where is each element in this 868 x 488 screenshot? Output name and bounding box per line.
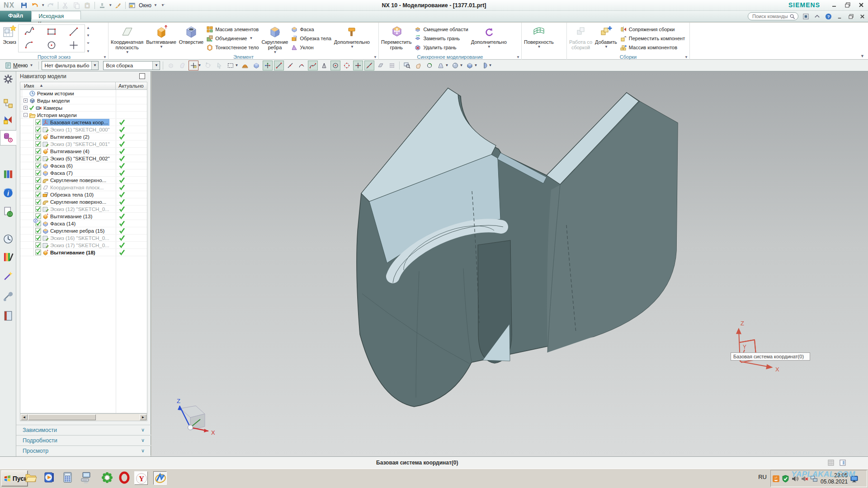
security-tray-icon[interactable] bbox=[782, 475, 789, 483]
face-snap-icon[interactable] bbox=[376, 61, 386, 70]
point-on-line-snap-icon[interactable] bbox=[364, 61, 374, 70]
navigator-column-header[interactable]: Имя ▲ Актуально bbox=[20, 82, 147, 90]
dialog-launcher-icon[interactable]: ▼ bbox=[684, 55, 688, 59]
feature-checkbox[interactable] bbox=[35, 134, 41, 140]
tree-row[interactable]: -История модели bbox=[20, 112, 147, 119]
pan-icon[interactable] bbox=[413, 61, 423, 70]
tree-row[interactable]: Режим истории bbox=[20, 90, 147, 97]
boundary-icon[interactable] bbox=[240, 61, 250, 70]
column-name[interactable]: Имя bbox=[24, 83, 34, 89]
network-tray-icon[interactable] bbox=[810, 475, 818, 483]
section-Зависимости[interactable]: Зависимости∨ bbox=[16, 425, 151, 435]
ribbon-button-Дополнительно[interactable]: Дополнительно▼ bbox=[470, 24, 508, 53]
nx-task[interactable] bbox=[153, 471, 167, 485]
tree-row[interactable]: Скругление ребра (15) bbox=[20, 227, 147, 235]
explorer-shortcut[interactable] bbox=[24, 471, 38, 485]
tree-row[interactable]: Вытягивание (18) bbox=[20, 249, 147, 256]
search-input[interactable] bbox=[751, 13, 789, 19]
dialog-launcher-icon[interactable]: ▼ bbox=[516, 55, 520, 59]
feature-checkbox[interactable] bbox=[35, 170, 41, 176]
s-circle-icon[interactable] bbox=[46, 40, 57, 51]
ribbon-item-Обрезка-тела[interactable]: Обрезка тела bbox=[289, 34, 332, 42]
scrollbar-thumb[interactable] bbox=[28, 414, 96, 420]
midpoint-snap-icon[interactable] bbox=[285, 61, 295, 70]
ribbon-item-Заменить-грань[interactable]: Заменить грань bbox=[413, 34, 469, 42]
command-finder-button[interactable] bbox=[97, 1, 107, 10]
s-profile-icon[interactable] bbox=[24, 26, 35, 37]
tree-row[interactable]: Вытягивание (2) bbox=[20, 133, 147, 141]
ribbon-item-Уклон[interactable]: Уклон bbox=[289, 43, 332, 52]
dynamic-wcs-icon[interactable] bbox=[263, 61, 273, 70]
tree-row[interactable]: Эскиз (12) "SKETCH_0... bbox=[20, 206, 147, 213]
ribbon-item-Переместить-компонент[interactable]: Переместить компонент bbox=[618, 34, 686, 42]
s-plus-icon[interactable] bbox=[68, 40, 79, 51]
ribbon-button-Отверстие[interactable]: Отверстие bbox=[178, 24, 205, 53]
s-line-icon[interactable] bbox=[68, 26, 79, 37]
feature-checkbox[interactable] bbox=[35, 148, 41, 154]
feature-checkbox[interactable] bbox=[35, 155, 41, 161]
scroll-right-icon[interactable]: ► bbox=[140, 414, 146, 420]
history-palette-icon[interactable] bbox=[2, 233, 14, 245]
selection-scope-dropdown[interactable]: Вся сборка ▼ bbox=[103, 61, 160, 70]
quadrant-snap-icon[interactable] bbox=[342, 61, 352, 70]
perspective-icon[interactable]: ▼ bbox=[436, 61, 446, 70]
rotate-view-icon[interactable] bbox=[425, 61, 434, 70]
feature-checkbox[interactable] bbox=[35, 184, 41, 190]
reuse-library-icon[interactable] bbox=[2, 168, 14, 180]
feature-checkbox[interactable] bbox=[35, 177, 41, 183]
remote-desktop-shortcut[interactable] bbox=[80, 471, 93, 485]
grid-snap-icon[interactable] bbox=[387, 61, 397, 70]
ribbon-button-Добавить[interactable]: Добавить▼ bbox=[594, 24, 618, 53]
doc-restore-button[interactable] bbox=[847, 12, 855, 20]
tree-row[interactable]: iФаска (14) bbox=[20, 220, 147, 227]
spline-pole-snap-icon[interactable] bbox=[308, 61, 318, 70]
expander-plus-icon[interactable]: + bbox=[24, 106, 28, 110]
ribbon-button-Дополнительно[interactable]: Дополнительно▼ bbox=[333, 24, 371, 53]
cad-model[interactable] bbox=[335, 81, 688, 425]
status-window-icon[interactable] bbox=[839, 459, 846, 466]
palette-scroll-controls[interactable]: ▲▼⏷▼ bbox=[85, 24, 91, 53]
ribbon-button-Поверхность[interactable]: Поверхность▼ bbox=[523, 24, 555, 53]
ribbon-item-Сопряжения-сборки[interactable]: Сопряжения сборки bbox=[618, 25, 686, 33]
roles-icon[interactable] bbox=[2, 73, 14, 85]
display-tray-icon[interactable] bbox=[850, 475, 858, 483]
start-button[interactable]: Пуск bbox=[1, 470, 28, 486]
constraint-navigator-icon[interactable] bbox=[2, 114, 14, 126]
graphics-viewport[interactable]: Z X Z X Y Базовая система координат(0) bbox=[151, 71, 868, 456]
work-view-icon[interactable]: ▼ bbox=[465, 61, 475, 70]
arc-center-snap-icon[interactable] bbox=[330, 61, 340, 70]
tree-row[interactable]: Базовая система коор... bbox=[20, 119, 147, 126]
tree-row[interactable]: Эскиз (17) "SKETCH_0... bbox=[20, 242, 147, 249]
point-on-curve-snap-icon[interactable] bbox=[297, 61, 307, 70]
ribbon-button-Координатная-плоскость[interactable]: Координатная плоскость▼ bbox=[109, 24, 145, 53]
notes-icon[interactable] bbox=[2, 310, 14, 322]
assembly-navigator-icon[interactable] bbox=[2, 98, 14, 109]
tree-row[interactable]: Вытягивание (13) bbox=[20, 213, 147, 220]
tree-row[interactable]: Фаска (6) bbox=[20, 162, 147, 169]
utilities-icon[interactable] bbox=[2, 291, 14, 303]
base-csys-triad[interactable]: Z X Y bbox=[721, 311, 811, 379]
tree-row[interactable]: Обрезка тела (10) bbox=[20, 191, 147, 198]
fullscreen-icon[interactable] bbox=[802, 12, 810, 20]
ribbon-item-Тонкостенное-тело[interactable]: Тонкостенное тело bbox=[205, 43, 260, 52]
tree-row[interactable]: Вытягивание (4) bbox=[20, 148, 147, 155]
ribbon-item-Удалить-грань[interactable]: Удалить грань bbox=[413, 43, 469, 52]
zoom-window-icon[interactable] bbox=[402, 61, 412, 70]
command-search[interactable] bbox=[748, 12, 798, 20]
menu-button[interactable]: Меню ▼ bbox=[2, 61, 36, 70]
tree-row[interactable]: Эскиз (1) "SKETCH_000" bbox=[20, 126, 147, 133]
java-tray-icon[interactable] bbox=[772, 475, 780, 483]
feature-checkbox[interactable] bbox=[35, 249, 41, 255]
tab-file[interactable]: Файл bbox=[0, 11, 31, 22]
hd3d-tools-icon[interactable]: i bbox=[2, 187, 14, 199]
panel-pin-button[interactable] bbox=[139, 73, 145, 79]
feature-checkbox[interactable] bbox=[35, 228, 41, 234]
section-Подробности[interactable]: Подробности∨ bbox=[16, 435, 151, 446]
restore-button[interactable] bbox=[843, 1, 853, 9]
icq-shortcut[interactable] bbox=[101, 471, 114, 485]
feature-checkbox[interactable]: i bbox=[35, 221, 41, 226]
feature-checkbox[interactable] bbox=[35, 141, 41, 147]
ribbon-item-Массив-элементов[interactable]: Массив элементов bbox=[205, 25, 260, 33]
opera-shortcut[interactable] bbox=[118, 471, 132, 485]
yandex-browser-task[interactable]: Y bbox=[134, 471, 148, 485]
